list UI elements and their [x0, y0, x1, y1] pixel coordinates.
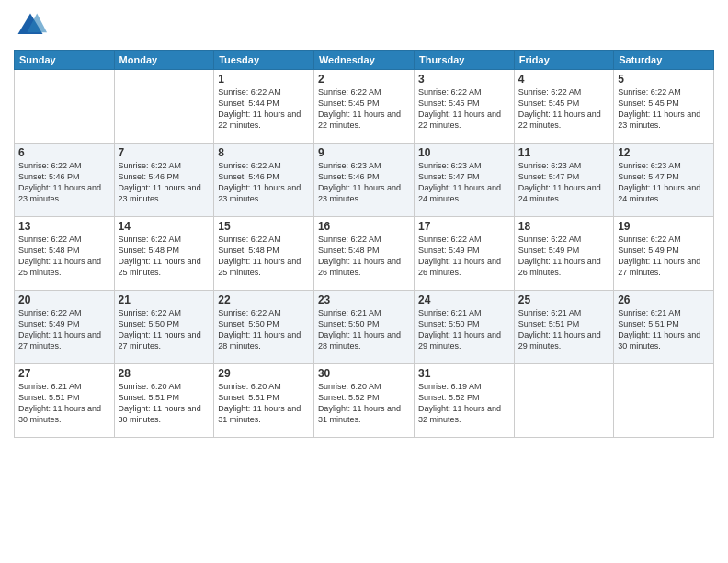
calendar-cell: 15Sunrise: 6:22 AM Sunset: 5:48 PM Dayli…	[214, 217, 314, 291]
day-number: 15	[218, 220, 310, 233]
calendar-week-2: 6Sunrise: 6:22 AM Sunset: 5:46 PM Daylig…	[15, 144, 714, 217]
day-info: Sunrise: 6:22 AM Sunset: 5:49 PM Dayligh…	[18, 307, 110, 352]
calendar-week-3: 13Sunrise: 6:22 AM Sunset: 5:48 PM Dayli…	[15, 217, 714, 291]
day-info: Sunrise: 6:22 AM Sunset: 5:49 PM Dayligh…	[518, 234, 609, 279]
calendar-cell: 31Sunrise: 6:19 AM Sunset: 5:52 PM Dayli…	[414, 364, 514, 438]
calendar-cell: 18Sunrise: 6:22 AM Sunset: 5:49 PM Dayli…	[514, 217, 613, 291]
day-number: 9	[318, 146, 410, 159]
day-info: Sunrise: 6:21 AM Sunset: 5:51 PM Dayligh…	[518, 307, 609, 352]
day-number: 18	[518, 220, 609, 233]
day-info: Sunrise: 6:22 AM Sunset: 5:50 PM Dayligh…	[119, 307, 210, 352]
day-info: Sunrise: 6:23 AM Sunset: 5:46 PM Dayligh…	[318, 160, 410, 205]
calendar-cell: 4Sunrise: 6:22 AM Sunset: 5:45 PM Daylig…	[514, 70, 613, 144]
page: SundayMondayTuesdayWednesdayThursdayFrid…	[0, 0, 728, 563]
day-number: 13	[18, 220, 110, 233]
calendar-week-5: 27Sunrise: 6:21 AM Sunset: 5:51 PM Dayli…	[15, 364, 714, 438]
calendar-cell: 27Sunrise: 6:21 AM Sunset: 5:51 PM Dayli…	[15, 364, 115, 438]
calendar-cell: 14Sunrise: 6:22 AM Sunset: 5:48 PM Dayli…	[114, 217, 214, 291]
calendar-cell: 2Sunrise: 6:22 AM Sunset: 5:45 PM Daylig…	[313, 70, 414, 144]
calendar-cell: 16Sunrise: 6:22 AM Sunset: 5:48 PM Dayli…	[313, 217, 414, 291]
day-info: Sunrise: 6:23 AM Sunset: 5:47 PM Dayligh…	[418, 160, 510, 205]
calendar-cell: 12Sunrise: 6:23 AM Sunset: 5:47 PM Dayli…	[614, 144, 714, 217]
calendar-cell: 11Sunrise: 6:23 AM Sunset: 5:47 PM Dayli…	[514, 144, 613, 217]
day-info: Sunrise: 6:22 AM Sunset: 5:46 PM Dayligh…	[218, 160, 310, 205]
calendar-cell	[514, 364, 613, 438]
calendar-header-row: SundayMondayTuesdayWednesdayThursdayFrid…	[15, 51, 714, 70]
calendar-header-wednesday: Wednesday	[313, 51, 414, 70]
day-number: 21	[119, 293, 210, 306]
calendar-cell: 9Sunrise: 6:23 AM Sunset: 5:46 PM Daylig…	[313, 144, 414, 217]
day-info: Sunrise: 6:22 AM Sunset: 5:44 PM Dayligh…	[218, 86, 310, 132]
day-number: 25	[518, 293, 609, 306]
calendar-cell: 21Sunrise: 6:22 AM Sunset: 5:50 PM Dayli…	[114, 291, 214, 364]
day-number: 31	[418, 367, 510, 380]
calendar-header-sunday: Sunday	[15, 51, 115, 70]
calendar-cell: 22Sunrise: 6:22 AM Sunset: 5:50 PM Dayli…	[214, 291, 314, 364]
day-number: 1	[218, 73, 310, 86]
day-info: Sunrise: 6:21 AM Sunset: 5:51 PM Dayligh…	[618, 307, 710, 352]
calendar-cell: 30Sunrise: 6:20 AM Sunset: 5:52 PM Dayli…	[313, 364, 414, 438]
day-number: 7	[119, 146, 210, 159]
calendar-cell: 26Sunrise: 6:21 AM Sunset: 5:51 PM Dayli…	[614, 291, 714, 364]
day-info: Sunrise: 6:22 AM Sunset: 5:48 PM Dayligh…	[18, 234, 110, 279]
day-info: Sunrise: 6:22 AM Sunset: 5:48 PM Dayligh…	[119, 234, 210, 279]
calendar-cell	[114, 70, 214, 144]
calendar-cell: 13Sunrise: 6:22 AM Sunset: 5:48 PM Dayli…	[15, 217, 115, 291]
calendar-cell: 6Sunrise: 6:22 AM Sunset: 5:46 PM Daylig…	[15, 144, 115, 217]
day-info: Sunrise: 6:22 AM Sunset: 5:45 PM Dayligh…	[418, 86, 510, 132]
day-number: 24	[418, 293, 510, 306]
header	[14, 9, 714, 42]
calendar-header-saturday: Saturday	[614, 51, 714, 70]
day-info: Sunrise: 6:20 AM Sunset: 5:51 PM Dayligh…	[119, 381, 210, 426]
calendar-cell	[15, 70, 115, 144]
calendar-cell: 3Sunrise: 6:22 AM Sunset: 5:45 PM Daylig…	[414, 70, 514, 144]
day-info: Sunrise: 6:21 AM Sunset: 5:50 PM Dayligh…	[318, 307, 410, 352]
day-number: 6	[18, 146, 110, 159]
day-info: Sunrise: 6:19 AM Sunset: 5:52 PM Dayligh…	[418, 381, 510, 426]
day-number: 12	[618, 146, 710, 159]
day-info: Sunrise: 6:22 AM Sunset: 5:50 PM Dayligh…	[218, 307, 310, 352]
calendar-cell: 7Sunrise: 6:22 AM Sunset: 5:46 PM Daylig…	[114, 144, 214, 217]
day-info: Sunrise: 6:22 AM Sunset: 5:45 PM Dayligh…	[318, 86, 410, 132]
day-info: Sunrise: 6:22 AM Sunset: 5:46 PM Dayligh…	[119, 160, 210, 205]
day-info: Sunrise: 6:22 AM Sunset: 5:48 PM Dayligh…	[218, 234, 310, 279]
calendar-cell: 19Sunrise: 6:22 AM Sunset: 5:49 PM Dayli…	[614, 217, 714, 291]
day-number: 11	[518, 146, 609, 159]
day-number: 17	[418, 220, 510, 233]
calendar-cell	[614, 364, 714, 438]
day-number: 2	[318, 73, 410, 86]
day-number: 14	[119, 220, 210, 233]
calendar-cell: 10Sunrise: 6:23 AM Sunset: 5:47 PM Dayli…	[414, 144, 514, 217]
day-info: Sunrise: 6:22 AM Sunset: 5:48 PM Dayligh…	[318, 234, 410, 279]
day-number: 30	[318, 367, 410, 380]
day-info: Sunrise: 6:22 AM Sunset: 5:49 PM Dayligh…	[618, 234, 710, 279]
day-number: 8	[218, 146, 310, 159]
calendar-header-monday: Monday	[114, 51, 214, 70]
day-info: Sunrise: 6:23 AM Sunset: 5:47 PM Dayligh…	[518, 160, 609, 205]
day-number: 28	[119, 367, 210, 380]
day-number: 10	[418, 146, 510, 159]
day-info: Sunrise: 6:23 AM Sunset: 5:47 PM Dayligh…	[618, 160, 710, 205]
day-info: Sunrise: 6:21 AM Sunset: 5:50 PM Dayligh…	[418, 307, 510, 352]
day-number: 3	[418, 73, 510, 86]
logo-icon	[14, 9, 47, 42]
calendar-cell: 5Sunrise: 6:22 AM Sunset: 5:45 PM Daylig…	[614, 70, 714, 144]
day-number: 23	[318, 293, 410, 306]
calendar-header-tuesday: Tuesday	[214, 51, 314, 70]
day-number: 19	[618, 220, 710, 233]
day-info: Sunrise: 6:22 AM Sunset: 5:45 PM Dayligh…	[618, 86, 710, 132]
calendar-header-friday: Friday	[514, 51, 613, 70]
calendar-table: SundayMondayTuesdayWednesdayThursdayFrid…	[14, 50, 714, 438]
day-info: Sunrise: 6:20 AM Sunset: 5:51 PM Dayligh…	[218, 381, 310, 426]
day-number: 5	[618, 73, 710, 86]
calendar-cell: 25Sunrise: 6:21 AM Sunset: 5:51 PM Dayli…	[514, 291, 613, 364]
day-info: Sunrise: 6:21 AM Sunset: 5:51 PM Dayligh…	[18, 381, 110, 426]
calendar-cell: 24Sunrise: 6:21 AM Sunset: 5:50 PM Dayli…	[414, 291, 514, 364]
calendar-cell: 20Sunrise: 6:22 AM Sunset: 5:49 PM Dayli…	[15, 291, 115, 364]
day-number: 22	[218, 293, 310, 306]
calendar-header-thursday: Thursday	[414, 51, 514, 70]
day-number: 20	[18, 293, 110, 306]
day-number: 29	[218, 367, 310, 380]
calendar-week-4: 20Sunrise: 6:22 AM Sunset: 5:49 PM Dayli…	[15, 291, 714, 364]
day-number: 16	[318, 220, 410, 233]
